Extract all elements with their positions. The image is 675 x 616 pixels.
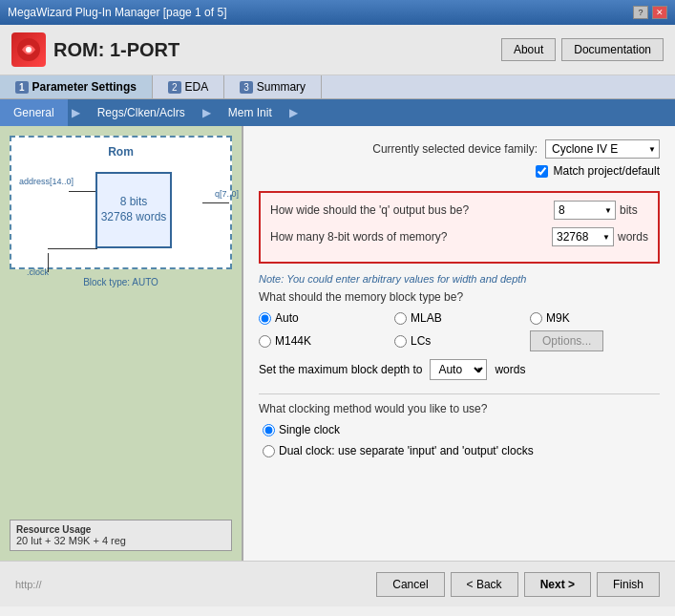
match-checkbox[interactable]	[536, 165, 548, 178]
bottom-buttons: Cancel < Back Next > Finish	[376, 572, 660, 597]
clock-radio-group: Single clock Dual clock: use separate 'i…	[263, 423, 660, 457]
breadcrumb-arrow-1: ▶	[68, 99, 84, 126]
bottom-url: http://	[15, 579, 42, 590]
block-type-radio-grid: Auto MLAB M9K M144K LCs Options...	[259, 311, 660, 351]
radio-auto[interactable]: Auto	[259, 311, 389, 325]
memory-words-label: How many 8-bit words of memory?	[270, 230, 552, 244]
match-checkbox-label: Match project/default	[554, 164, 660, 178]
radio-lcs-label: LCs	[411, 334, 431, 348]
memory-words-unit: words	[618, 230, 648, 244]
rom-diagram: Rom address[14..0] 8 bits 32768 words q[…	[10, 136, 232, 269]
close-button[interactable]: ✕	[652, 6, 667, 19]
title-bar-text: MegaWizard Plug-In Manager [page 1 of 5]	[8, 6, 226, 19]
header: ROM: 1-PORT About Documentation	[0, 25, 675, 75]
help-button[interactable]: ?	[633, 6, 648, 19]
output-bus-control: 1 2 4 8 16 32 bits	[554, 201, 648, 220]
radio-m9k-input[interactable]	[530, 312, 542, 325]
radio-mlab-label: MLAB	[411, 311, 442, 325]
memory-words-select[interactable]: 256 512 1024 2048 4096 8192 16384 32768 …	[552, 227, 614, 246]
breadcrumb-mem-init[interactable]: Mem Init	[215, 99, 285, 126]
breadcrumb-arrow-2: ▶	[199, 99, 215, 126]
radio-dual-clock-input[interactable]	[263, 445, 275, 457]
radio-auto-label: Auto	[275, 311, 299, 325]
device-family-label: Currently selected device family:	[372, 142, 538, 156]
depth-unit: words	[495, 363, 525, 376]
radio-lcs-input[interactable]	[394, 335, 407, 348]
device-family-select[interactable]: Cyclone IV E Cyclone IV GX Cyclone V Arr…	[545, 139, 660, 159]
back-button[interactable]: < Back	[451, 572, 518, 597]
radio-m144k[interactable]: M144K	[259, 330, 389, 351]
radio-single-clock-label: Single clock	[279, 423, 340, 436]
pin-clock: .clock	[27, 267, 49, 277]
breadcrumb-general[interactable]: General	[0, 99, 68, 126]
options-row: Options...	[530, 330, 660, 351]
right-panel: Currently selected device family: Cyclon…	[243, 126, 675, 561]
wire-clk-h	[48, 248, 97, 249]
resource-title: Resource Usage	[16, 524, 225, 535]
breadcrumb-arrow-3: ▶	[285, 99, 302, 126]
output-bus-row: How wide should the 'q' output bus be? 1…	[270, 201, 648, 220]
radio-m9k[interactable]: M9K	[530, 311, 660, 325]
block-type-label: Block type: AUTO	[19, 277, 222, 287]
block-type-section-label: What should the memory block type be?	[259, 290, 660, 304]
rom-box: 8 bits 32768 words	[95, 172, 172, 248]
memory-words-row: How many 8-bit words of memory? 256 512 …	[270, 227, 648, 246]
radio-lcs[interactable]: LCs	[394, 330, 524, 351]
memory-words-control: 256 512 1024 2048 4096 8192 16384 32768 …	[552, 227, 648, 246]
depth-label: Set the maximum block depth to	[259, 363, 422, 376]
tab-summary[interactable]: 3 Summary	[224, 75, 322, 98]
about-button[interactable]: About	[501, 38, 556, 61]
next-button[interactable]: Next >	[524, 572, 591, 597]
output-bus-unit: bits	[620, 203, 648, 217]
title-bar: MegaWizard Plug-In Manager [page 1 of 5]…	[0, 0, 675, 25]
note-text: Note: You could enter arbitrary values f…	[259, 273, 660, 285]
tab-eda[interactable]: 2 EDA	[153, 75, 224, 98]
output-bus-select[interactable]: 1 2 4 8 16 32	[554, 201, 616, 220]
left-panel: Rom address[14..0] 8 bits 32768 words q[…	[0, 126, 243, 561]
tab-parameter-settings[interactable]: 1 Parameter Settings	[0, 75, 153, 98]
rom-bits-text: 8 bits 32768 words	[101, 195, 167, 224]
radio-single-clock-input[interactable]	[263, 424, 275, 436]
radio-dual-clock-label: Dual clock: use separate 'input' and 'ou…	[279, 444, 534, 457]
radio-m9k-label: M9K	[546, 311, 570, 325]
radio-auto-input[interactable]	[259, 312, 271, 325]
section-divider	[259, 393, 660, 394]
highlight-box: How wide should the 'q' output bus be? 1…	[259, 191, 660, 264]
wire-clk-v	[48, 253, 49, 272]
clock-section-label: What clocking method would you like to u…	[259, 402, 660, 415]
bottom-bar: http:// Cancel < Back Next > Finish	[0, 561, 675, 606]
radio-m144k-input[interactable]	[259, 335, 271, 348]
diagram-container: address[14..0] 8 bits 32768 words q[7..0…	[19, 162, 239, 277]
documentation-button[interactable]: Documentation	[561, 38, 664, 61]
page-title: ROM: 1-PORT	[53, 39, 179, 61]
main-content: Rom address[14..0] 8 bits 32768 words q[…	[0, 126, 675, 561]
device-family-select-wrapper[interactable]: Cyclone IV E Cyclone IV GX Cyclone V Arr…	[545, 139, 660, 159]
rom-diagram-title: Rom	[19, 145, 222, 159]
tabs-row1: 1 Parameter Settings 2 EDA 3 Summary	[0, 75, 675, 99]
cancel-button[interactable]: Cancel	[376, 572, 444, 597]
output-bus-label: How wide should the 'q' output bus be?	[270, 203, 554, 217]
wire-q	[202, 202, 229, 203]
radio-mlab[interactable]: MLAB	[394, 311, 524, 325]
tabs-row2: General ▶ Regs/Clken/Aclrs ▶ Mem Init ▶	[0, 99, 675, 126]
depth-select[interactable]: Auto 256 512 1024 2048	[430, 359, 487, 380]
radio-mlab-input[interactable]	[394, 312, 407, 325]
resource-value: 20 lut + 32 M9K + 4 reg	[16, 535, 225, 546]
radio-single-clock[interactable]: Single clock	[263, 423, 660, 436]
logo-icon	[11, 32, 46, 67]
match-checkbox-row: Match project/default	[259, 164, 660, 178]
breadcrumb-regs[interactable]: Regs/Clken/Aclrs	[84, 99, 199, 126]
svg-point-1	[26, 47, 32, 53]
device-family-row: Currently selected device family: Cyclon…	[259, 139, 660, 159]
radio-dual-clock[interactable]: Dual clock: use separate 'input' and 'ou…	[263, 444, 660, 457]
resource-box: Resource Usage 20 lut + 32 M9K + 4 reg	[10, 520, 232, 551]
wire-addr	[69, 191, 95, 192]
depth-row: Set the maximum block depth to Auto 256 …	[259, 359, 660, 380]
options-button[interactable]: Options...	[530, 330, 603, 351]
pin-q: q[7..0]	[215, 189, 239, 199]
pin-address: address[14..0]	[19, 177, 74, 186]
finish-button[interactable]: Finish	[597, 572, 660, 597]
radio-m144k-label: M144K	[275, 334, 311, 348]
